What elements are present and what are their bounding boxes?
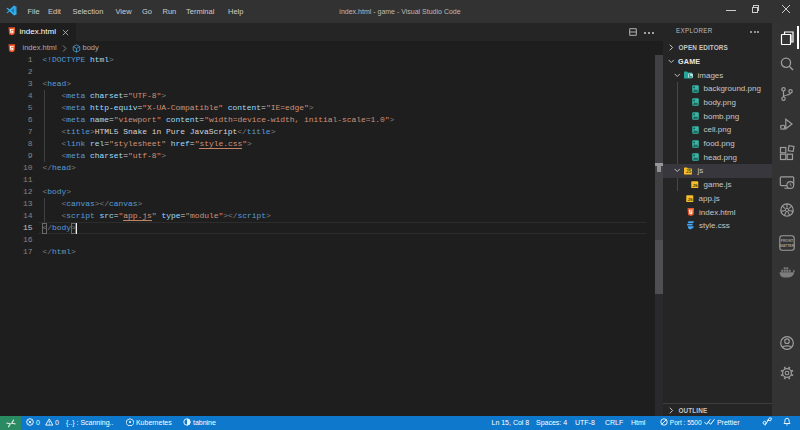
svg-text:JS: JS	[688, 197, 693, 202]
svg-text:MATTER: MATTER	[779, 244, 794, 248]
svg-text:JS: JS	[686, 169, 692, 174]
svg-text:JS: JS	[693, 183, 698, 188]
svg-text:FRONT: FRONT	[780, 239, 793, 243]
